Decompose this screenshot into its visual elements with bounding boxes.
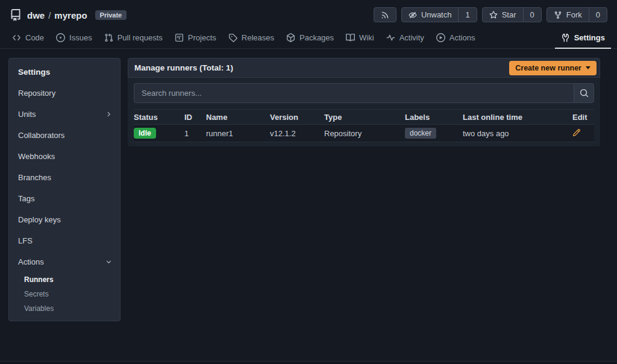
table-header-row: Status ID Name Version Type Labels Last … [134,109,594,125]
tab-wiki[interactable]: Wiki [340,28,380,48]
sidebar-item-runners[interactable]: Runners [9,272,120,287]
table-row: Idle 1 runner1 v12.1.2 Repository docker… [134,125,594,142]
sidebar-item-repository[interactable]: Repository [9,83,120,104]
tab-label: Projects [188,33,216,42]
repo-title: dwe / myrepo [27,10,87,20]
caret-down-icon [586,66,590,69]
sidebar-item-label: Units [18,110,36,119]
fork-label: Fork [566,10,582,19]
tab-code[interactable]: Code [6,28,50,48]
runners-main: Manage runners (Total: 1) Create new run… [128,58,600,146]
star-label: Star [502,10,516,19]
tab-activity[interactable]: Activity [380,28,430,48]
code-icon [12,33,21,42]
star-button-group: Star 0 [482,7,542,22]
search-button[interactable] [574,83,594,103]
sidebar-item-webhooks[interactable]: Webhooks [9,146,120,167]
pencil-icon [572,128,581,137]
tab-settings[interactable]: Settings [555,28,611,49]
search-input[interactable] [134,83,574,103]
sidebar-item-label: LFS [18,236,33,245]
watchers-count[interactable]: 1 [458,8,476,22]
repo-owner-link[interactable]: dwe [27,10,45,20]
runner-status-cell: Idle [134,128,184,139]
sidebar-item-collaborators[interactable]: Collaborators [9,125,120,146]
edit-runner-button[interactable] [572,128,581,137]
sidebar-item-tags[interactable]: Tags [9,188,120,209]
settings-sidebar: Settings Repository Units Collaborators … [8,58,121,321]
play-icon [436,33,445,42]
footer-strip [0,361,617,364]
runners-segment: Status ID Name Version Type Labels Last … [128,78,600,146]
sidebar-item-deploy-keys[interactable]: Deploy keys [9,209,120,230]
tools-icon [561,33,570,42]
chevron-down-icon [105,259,112,265]
stars-count[interactable]: 0 [523,8,541,22]
runners-table: Status ID Name Version Type Labels Last … [134,109,594,142]
repo-icon [10,9,22,21]
rss-icon [374,8,396,22]
tab-label: Pull requests [117,33,163,42]
eye-slash-icon [409,11,417,19]
pulse-icon [386,33,395,42]
tag-icon [228,33,237,42]
sidebar-item-secrets[interactable]: Secrets [9,287,120,301]
tab-label: Wiki [359,33,374,42]
column-type: Type [324,113,405,122]
sidebar-item-label: Collaborators [18,131,64,140]
star-icon [489,11,498,19]
runner-version-cell: v12.1.2 [270,129,324,138]
settings-layout: Settings Repository Units Collaborators … [0,49,617,321]
sidebar-item-lfs[interactable]: LFS [9,230,120,251]
runners-panel-header: Manage runners (Total: 1) Create new run… [128,58,600,78]
unwatch-label: Unwatch [421,10,452,19]
sidebar-item-label: Webhooks [18,152,55,161]
sidebar-item-variables[interactable]: Variables [9,301,120,316]
tab-label: Issues [69,33,92,42]
runner-type-cell: Repository [324,129,405,138]
project-icon [175,33,184,42]
search-row [134,83,594,103]
book-icon [346,33,355,42]
fork-icon [554,11,562,19]
search-icon [580,89,589,98]
column-edit: Edit [572,113,594,122]
tab-projects[interactable]: Projects [169,28,222,48]
forks-count[interactable]: 0 [589,8,607,22]
runner-edit-cell [572,128,594,139]
tab-packages[interactable]: Packages [280,28,340,48]
tab-issues[interactable]: Issues [50,28,98,48]
sidebar-item-actions[interactable]: Actions [9,251,120,272]
column-id: ID [184,113,206,122]
fork-button[interactable]: Fork [547,8,589,22]
chevron-right-icon [105,111,112,118]
tab-label: Activity [399,33,424,42]
sidebar-item-branches[interactable]: Branches [9,167,120,188]
tab-actions[interactable]: Actions [430,28,481,48]
column-name: Name [206,113,270,122]
column-version: Version [270,113,324,122]
page-title: Manage runners (Total: 1) [134,63,233,72]
tab-pull-requests[interactable]: Pull requests [98,28,169,48]
unwatch-button[interactable]: Unwatch [402,8,459,22]
issue-icon [56,33,65,42]
runner-id-cell: 1 [184,129,206,138]
package-icon [286,33,295,42]
tab-label: Actions [449,33,475,42]
sidebar-item-label: Deploy keys [18,215,61,224]
tab-releases[interactable]: Releases [222,28,280,48]
runner-labels-cell: docker [405,128,463,139]
star-button[interactable]: Star [483,8,523,22]
repo-name-link[interactable]: myrepo [54,10,87,20]
visibility-badge: Private [95,10,127,20]
sidebar-title: Settings [9,61,120,83]
create-new-runner-button[interactable]: Create new runner [509,61,597,75]
sidebar-item-label: Repository [18,89,55,98]
rss-button[interactable] [374,7,396,22]
repo-separator: / [48,10,51,20]
tab-label: Code [25,33,44,42]
sidebar-item-units[interactable]: Units [9,104,120,125]
sidebar-item-label: Actions [18,257,44,266]
repo-tabbar: Code Issues Pull requests Projects Relea… [0,28,617,49]
label-chip: docker [405,128,436,139]
